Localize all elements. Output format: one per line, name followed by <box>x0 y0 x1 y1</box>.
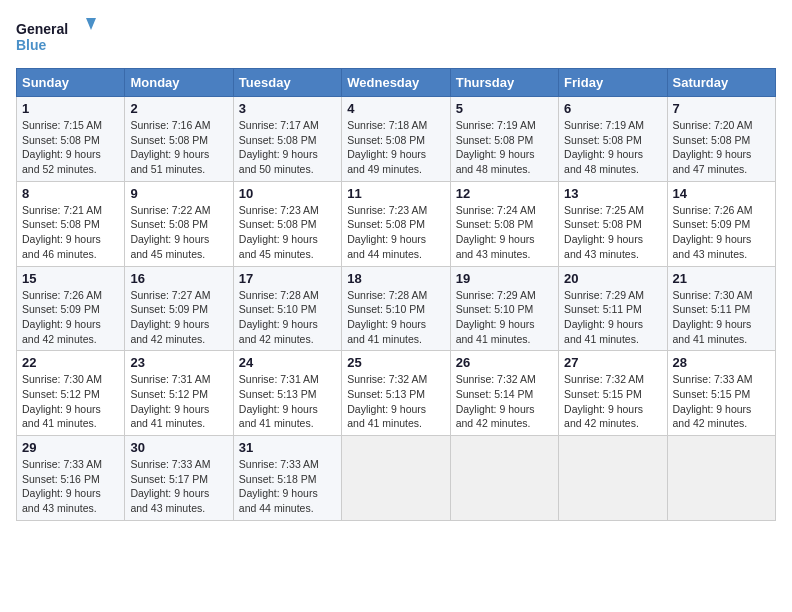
calendar-cell: 11 Sunrise: 7:23 AMSunset: 5:08 PMDaylig… <box>342 181 450 266</box>
day-info: Sunrise: 7:33 AMSunset: 5:16 PMDaylight:… <box>22 457 119 516</box>
day-number: 21 <box>673 271 770 286</box>
day-info: Sunrise: 7:26 AMSunset: 5:09 PMDaylight:… <box>22 288 119 347</box>
day-info: Sunrise: 7:17 AMSunset: 5:08 PMDaylight:… <box>239 118 336 177</box>
day-info: Sunrise: 7:31 AMSunset: 5:13 PMDaylight:… <box>239 372 336 431</box>
calendar-header: SundayMondayTuesdayWednesdayThursdayFrid… <box>17 69 776 97</box>
day-number: 4 <box>347 101 444 116</box>
day-number: 7 <box>673 101 770 116</box>
day-number: 2 <box>130 101 227 116</box>
day-info: Sunrise: 7:30 AMSunset: 5:11 PMDaylight:… <box>673 288 770 347</box>
calendar-cell: 9 Sunrise: 7:22 AMSunset: 5:08 PMDayligh… <box>125 181 233 266</box>
day-number: 22 <box>22 355 119 370</box>
calendar-cell: 29 Sunrise: 7:33 AMSunset: 5:16 PMDaylig… <box>17 436 125 521</box>
calendar-cell: 22 Sunrise: 7:30 AMSunset: 5:12 PMDaylig… <box>17 351 125 436</box>
day-number: 15 <box>22 271 119 286</box>
calendar-cell: 16 Sunrise: 7:27 AMSunset: 5:09 PMDaylig… <box>125 266 233 351</box>
calendar-cell: 17 Sunrise: 7:28 AMSunset: 5:10 PMDaylig… <box>233 266 341 351</box>
day-number: 26 <box>456 355 553 370</box>
calendar-cell: 25 Sunrise: 7:32 AMSunset: 5:13 PMDaylig… <box>342 351 450 436</box>
calendar-cell: 20 Sunrise: 7:29 AMSunset: 5:11 PMDaylig… <box>559 266 667 351</box>
day-info: Sunrise: 7:26 AMSunset: 5:09 PMDaylight:… <box>673 203 770 262</box>
logo: General Blue <box>16 16 96 56</box>
day-header-sunday: Sunday <box>17 69 125 97</box>
day-number: 8 <box>22 186 119 201</box>
day-info: Sunrise: 7:24 AMSunset: 5:08 PMDaylight:… <box>456 203 553 262</box>
day-info: Sunrise: 7:23 AMSunset: 5:08 PMDaylight:… <box>239 203 336 262</box>
day-number: 20 <box>564 271 661 286</box>
calendar-cell: 18 Sunrise: 7:28 AMSunset: 5:10 PMDaylig… <box>342 266 450 351</box>
day-number: 24 <box>239 355 336 370</box>
day-number: 18 <box>347 271 444 286</box>
day-number: 13 <box>564 186 661 201</box>
calendar-cell <box>559 436 667 521</box>
calendar-cell: 4 Sunrise: 7:18 AMSunset: 5:08 PMDayligh… <box>342 97 450 182</box>
day-info: Sunrise: 7:25 AMSunset: 5:08 PMDaylight:… <box>564 203 661 262</box>
svg-marker-2 <box>86 18 96 30</box>
calendar-cell: 27 Sunrise: 7:32 AMSunset: 5:15 PMDaylig… <box>559 351 667 436</box>
svg-text:Blue: Blue <box>16 37 47 53</box>
calendar-cell: 31 Sunrise: 7:33 AMSunset: 5:18 PMDaylig… <box>233 436 341 521</box>
day-number: 30 <box>130 440 227 455</box>
day-info: Sunrise: 7:29 AMSunset: 5:10 PMDaylight:… <box>456 288 553 347</box>
day-header-thursday: Thursday <box>450 69 558 97</box>
calendar-cell <box>342 436 450 521</box>
calendar-cell <box>450 436 558 521</box>
calendar-table: SundayMondayTuesdayWednesdayThursdayFrid… <box>16 68 776 521</box>
calendar-cell: 10 Sunrise: 7:23 AMSunset: 5:08 PMDaylig… <box>233 181 341 266</box>
day-header-wednesday: Wednesday <box>342 69 450 97</box>
day-info: Sunrise: 7:28 AMSunset: 5:10 PMDaylight:… <box>239 288 336 347</box>
day-number: 11 <box>347 186 444 201</box>
calendar-cell: 24 Sunrise: 7:31 AMSunset: 5:13 PMDaylig… <box>233 351 341 436</box>
day-number: 14 <box>673 186 770 201</box>
svg-text:General: General <box>16 21 68 37</box>
day-header-tuesday: Tuesday <box>233 69 341 97</box>
day-number: 28 <box>673 355 770 370</box>
day-number: 16 <box>130 271 227 286</box>
calendar-cell: 3 Sunrise: 7:17 AMSunset: 5:08 PMDayligh… <box>233 97 341 182</box>
day-info: Sunrise: 7:27 AMSunset: 5:09 PMDaylight:… <box>130 288 227 347</box>
day-info: Sunrise: 7:19 AMSunset: 5:08 PMDaylight:… <box>564 118 661 177</box>
day-number: 5 <box>456 101 553 116</box>
day-number: 25 <box>347 355 444 370</box>
day-header-monday: Monday <box>125 69 233 97</box>
calendar-cell: 23 Sunrise: 7:31 AMSunset: 5:12 PMDaylig… <box>125 351 233 436</box>
calendar-cell: 19 Sunrise: 7:29 AMSunset: 5:10 PMDaylig… <box>450 266 558 351</box>
calendar-cell: 26 Sunrise: 7:32 AMSunset: 5:14 PMDaylig… <box>450 351 558 436</box>
day-info: Sunrise: 7:18 AMSunset: 5:08 PMDaylight:… <box>347 118 444 177</box>
day-info: Sunrise: 7:33 AMSunset: 5:15 PMDaylight:… <box>673 372 770 431</box>
calendar-cell: 5 Sunrise: 7:19 AMSunset: 5:08 PMDayligh… <box>450 97 558 182</box>
logo-svg: General Blue <box>16 16 96 56</box>
calendar-cell: 8 Sunrise: 7:21 AMSunset: 5:08 PMDayligh… <box>17 181 125 266</box>
day-number: 9 <box>130 186 227 201</box>
calendar-cell: 15 Sunrise: 7:26 AMSunset: 5:09 PMDaylig… <box>17 266 125 351</box>
day-number: 19 <box>456 271 553 286</box>
day-info: Sunrise: 7:32 AMSunset: 5:15 PMDaylight:… <box>564 372 661 431</box>
day-info: Sunrise: 7:28 AMSunset: 5:10 PMDaylight:… <box>347 288 444 347</box>
day-info: Sunrise: 7:19 AMSunset: 5:08 PMDaylight:… <box>456 118 553 177</box>
day-header-friday: Friday <box>559 69 667 97</box>
calendar-cell <box>667 436 775 521</box>
day-header-saturday: Saturday <box>667 69 775 97</box>
day-number: 1 <box>22 101 119 116</box>
day-number: 6 <box>564 101 661 116</box>
calendar-cell: 1 Sunrise: 7:15 AMSunset: 5:08 PMDayligh… <box>17 97 125 182</box>
calendar-cell: 6 Sunrise: 7:19 AMSunset: 5:08 PMDayligh… <box>559 97 667 182</box>
day-number: 10 <box>239 186 336 201</box>
calendar-cell: 30 Sunrise: 7:33 AMSunset: 5:17 PMDaylig… <box>125 436 233 521</box>
day-info: Sunrise: 7:21 AMSunset: 5:08 PMDaylight:… <box>22 203 119 262</box>
day-info: Sunrise: 7:22 AMSunset: 5:08 PMDaylight:… <box>130 203 227 262</box>
calendar-cell: 12 Sunrise: 7:24 AMSunset: 5:08 PMDaylig… <box>450 181 558 266</box>
day-number: 17 <box>239 271 336 286</box>
day-number: 29 <box>22 440 119 455</box>
day-number: 12 <box>456 186 553 201</box>
day-info: Sunrise: 7:32 AMSunset: 5:14 PMDaylight:… <box>456 372 553 431</box>
day-number: 3 <box>239 101 336 116</box>
day-number: 23 <box>130 355 227 370</box>
page-header: General Blue <box>16 16 776 56</box>
day-info: Sunrise: 7:16 AMSunset: 5:08 PMDaylight:… <box>130 118 227 177</box>
calendar-cell: 28 Sunrise: 7:33 AMSunset: 5:15 PMDaylig… <box>667 351 775 436</box>
day-info: Sunrise: 7:20 AMSunset: 5:08 PMDaylight:… <box>673 118 770 177</box>
day-info: Sunrise: 7:29 AMSunset: 5:11 PMDaylight:… <box>564 288 661 347</box>
day-number: 31 <box>239 440 336 455</box>
day-info: Sunrise: 7:33 AMSunset: 5:17 PMDaylight:… <box>130 457 227 516</box>
